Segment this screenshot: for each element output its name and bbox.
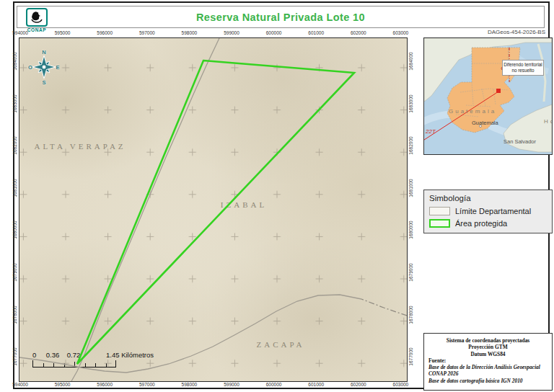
y-axis-label: 1679000 [408,263,413,281]
x-axis-label: 599000 [224,382,239,387]
compass-south-label: S [42,79,45,86]
y-axis-label: 1678000 [408,306,413,324]
compass-east-label: E [56,64,59,71]
inset-san-salvador-label: San Salvador [504,138,536,145]
y-axis-label: 1680000 [408,221,413,239]
x-axis-label: 598000 [182,30,198,35]
x-axis-label: 595000 [55,382,71,387]
main-map: ALTA VERAPAZ IZABAL ZACAPA N E S [19,37,408,382]
x-axis-label: 596000 [97,382,113,387]
source-heading: Fuente: [428,357,548,364]
legend-item-label: Límite Departamental [455,207,531,215]
x-axis-label: 597000 [139,30,155,35]
x-axis-label: 601000 [308,30,324,35]
inset-grid-zone-label: 22T [426,128,436,135]
inset-honduras-label: Ho [544,118,553,125]
y-axis-label: 1680000 [12,221,17,239]
y-axis-label: 1681000 [408,179,413,197]
y-axis-label: 1679000 [12,263,17,281]
document-code: DAGeos-454-2026-BS [404,29,545,35]
x-axis-label: 602000 [351,30,366,35]
y-axis-label: 1677000 [408,348,413,366]
projection-label: Proyección GTM [424,344,552,350]
y-axis-left: 1684000168300016820001681000168000016790… [11,37,18,380]
credits-panel: Sistema de coordenadas proyectadas Proye… [423,333,553,391]
y-axis-label: 1684000 [408,52,413,70]
compass-north-label: N [42,49,45,55]
quetzal-icon [26,8,48,27]
compass-rose: N E S O [28,48,60,86]
legend-item-limite-departamental: Límite Departamental [429,207,531,215]
inset-country-label: Guatemala [449,108,496,115]
y-axis-label: 1677000 [12,348,17,366]
y-axis-right: 1684000168300016820001681000168000016790… [407,37,414,380]
map-document: Reserva Natural Privada Lote 10 CONAP DA… [0,0,554,392]
x-axis-label: 603000 [393,382,409,387]
y-axis-label: 1684000 [12,52,17,70]
x-axis-label: 603000 [393,30,409,35]
y-axis-label: 1678000 [12,306,17,324]
x-axis-bottom: 5940005950005960005970005980005990006000… [19,382,406,388]
y-axis-label: 1682000 [408,137,413,155]
locator-inset-map: Diferendo territorial no resuelto Guatem… [423,37,553,155]
y-axis-label: 1682000 [12,137,17,155]
x-axis-label: 597000 [139,382,155,387]
x-axis-label: 594000 [12,382,28,387]
x-axis-label: 601000 [308,382,324,387]
territorial-dispute-note: Diferendo territorial no resuelto [502,60,544,76]
y-axis-label: 1683000 [408,94,413,112]
x-axis-label: 596000 [97,30,113,35]
source-line: Base de datos de la Dirección Análisis G… [428,364,548,370]
graticule-crosses [19,38,407,381]
map-layers [19,38,407,381]
x-axis-label: 594000 [12,30,28,35]
x-axis-label: 595000 [55,30,71,35]
x-axis-label: 600000 [266,382,282,387]
x-axis-label: 599000 [224,30,239,35]
page-title: Reserva Natural Privada Lote 10 [17,12,544,23]
reserve-location-marker [496,89,501,93]
legend-item-label: Área protegida [455,219,507,228]
compass-west-label: O [28,64,32,71]
y-axis-label: 1683000 [12,94,17,112]
legend-title: Simbología [429,194,471,202]
x-axis-label: 598000 [182,382,198,387]
crs-title: Sistema de coordenadas proyectadas [424,337,552,344]
datum-label: Datum WGS84 [424,351,552,357]
legend-panel: Simbología Límite Departamental Área pro… [423,190,553,233]
department-boundary-swatch [429,207,450,215]
x-axis-top: 5940005950005960005970005980005990006000… [19,30,406,37]
source-line: Base de datos cartografía básica IGN 201… [428,378,548,384]
y-axis-label: 1681000 [12,179,17,197]
protected-area-swatch [429,219,450,228]
title-bar: Reserva Natural Privada Lote 10 CONAP [17,6,545,28]
source-line: CONAP 2026 [428,370,548,377]
inset-land-southeast [504,104,552,152]
x-axis-label: 600000 [266,30,282,35]
legend-item-area-protegida: Área protegida [429,219,507,228]
x-axis-label: 602000 [351,382,366,387]
inset-map-layers [424,38,552,154]
inset-capital-label: Guatemala [472,120,498,126]
